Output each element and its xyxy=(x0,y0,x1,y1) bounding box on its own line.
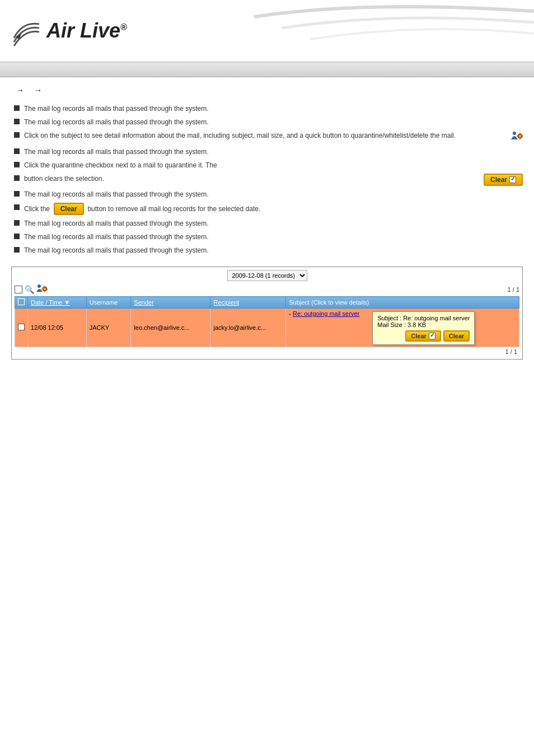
tooltip-mailsize: Mail Size : 3.8 KB xyxy=(377,321,470,328)
svg-point-3 xyxy=(519,135,521,137)
col-recipient-link[interactable]: Recipient xyxy=(213,299,239,306)
date-select[interactable]: 2009-12-08 (1 records) xyxy=(227,270,307,281)
row-sender: leo.chen@airlive.c... xyxy=(131,309,210,347)
logo-air: Air Live xyxy=(46,19,120,42)
bullet-item-4: The mail log records all mails that pass… xyxy=(11,147,523,157)
row-username: JACKY xyxy=(86,309,131,347)
tooltip-clear-button[interactable]: Clear xyxy=(443,330,470,342)
tooltip-clear-small-label: Clear xyxy=(449,333,465,339)
header-decoration xyxy=(198,0,534,62)
person-network-icon xyxy=(505,130,523,143)
logo-registered: ® xyxy=(120,22,127,32)
search-icon[interactable]: 🔍 xyxy=(25,285,34,294)
clear-checkbox-icon xyxy=(509,176,516,183)
table-controls: 🔍 1 / 1 xyxy=(15,284,519,295)
row-checkbox[interactable] xyxy=(18,324,25,330)
bullet-text-3: Click on the subject to see detail infor… xyxy=(24,130,505,141)
header-checkbox[interactable] xyxy=(18,298,25,305)
nav-bar xyxy=(0,62,534,77)
select-all-checkbox[interactable] xyxy=(15,286,22,293)
col-username: Username xyxy=(86,297,131,309)
tooltip-mailsize-label: Mail Size : xyxy=(377,321,406,328)
bullet-text-2: The mail log records all mails that pass… xyxy=(24,117,523,127)
col-subject-label: Subject (Click to view details) xyxy=(289,299,369,306)
bullet-list: The mail log records all mails that pass… xyxy=(11,104,523,255)
col-checkbox xyxy=(15,297,28,309)
row-checkbox-cell xyxy=(15,309,28,347)
bullet-item-10: The mail log records all mails that pass… xyxy=(11,232,523,242)
bullet-item-7: The mail log records all mails that pass… xyxy=(11,189,523,199)
clear-main-button[interactable]: Clear xyxy=(54,203,84,215)
bullet-item-9: The mail log records all mails that pass… xyxy=(11,218,523,228)
bullet-square-9 xyxy=(14,220,20,226)
bullet-text-4: The mail log records all mails that pass… xyxy=(24,147,523,157)
col-username-label: Username xyxy=(90,299,118,306)
col-subject: Subject (Click to view details) xyxy=(286,297,519,309)
col-recipient: Recipient xyxy=(210,297,286,309)
breadcrumb-arrow1: → xyxy=(16,86,24,95)
col-sender-link[interactable]: Sender xyxy=(134,299,153,306)
breadcrumb: → → xyxy=(0,77,534,97)
bullet-item-8: Click the Clear button to remove all mai… xyxy=(11,203,523,215)
tooltip-clear-label: Clear xyxy=(411,333,427,339)
row-recipient: jacky.lo@airlive.c... xyxy=(210,309,286,347)
breadcrumb-arrow2: → xyxy=(34,86,42,95)
header: Air Live® xyxy=(0,0,534,62)
bullet-item-3: Click on the subject to see detail infor… xyxy=(11,130,523,143)
logo: Air Live® xyxy=(11,16,127,46)
bottom-page-info: 1 / 1 xyxy=(505,348,517,355)
tooltip-clear-checkbox-button[interactable]: Clear xyxy=(405,330,441,342)
bullet-text-9: The mail log records all mails that pass… xyxy=(24,218,523,228)
bottom-page-info-row: 1 / 1 xyxy=(15,347,519,356)
bullet-item-2: The mail log records all mails that pass… xyxy=(11,117,523,127)
bullet-square-1 xyxy=(14,105,20,111)
bullet-item-6: button clears the selection. Clear xyxy=(11,174,523,186)
tooltip-mailsize-value: 3.8 KB xyxy=(407,321,426,328)
mail-tooltip: Subject : Re: outgoing mail server Mail … xyxy=(372,311,475,345)
table-row: 12/08 12:05 JACKY leo.chen@airlive.c... … xyxy=(15,309,519,347)
search-icon-group: 🔍 xyxy=(15,284,48,295)
clear-main-label: Clear xyxy=(60,205,77,213)
tooltip-subject-label: Subject : xyxy=(377,315,401,321)
tooltip-clear-checkbox xyxy=(429,333,435,339)
date-selector-row: 2009-12-08 (1 records) xyxy=(15,270,519,281)
bullet-item-1: The mail log records all mails that pass… xyxy=(11,104,523,114)
svg-point-1 xyxy=(513,132,516,135)
bullet-square-2 xyxy=(14,119,20,124)
mail-table: Date / Time ▼ Username Sender Recipient xyxy=(15,296,519,347)
bullet-text-1: The mail log records all mails that pass… xyxy=(24,104,523,114)
mail-table-wrapper: Date / Time ▼ Username Sender Recipient xyxy=(15,296,519,356)
bullet-square-6 xyxy=(14,175,20,181)
content-area: The mail log records all mails that pass… xyxy=(0,97,534,371)
col-datetime: Date / Time ▼ xyxy=(28,297,87,309)
bullet-text-8: Click the Clear button to remove all mai… xyxy=(24,203,523,215)
person-add-icon[interactable] xyxy=(36,284,48,295)
page-info: 1 / 1 xyxy=(508,286,519,293)
bullet-item-5: Click the quarantine checkbox next to a … xyxy=(11,160,523,170)
col-datetime-link[interactable]: Date / Time ▼ xyxy=(31,299,70,306)
bullet-square-5 xyxy=(14,162,20,167)
row-dash: - xyxy=(289,310,291,317)
col-sender: Sender xyxy=(131,297,210,309)
bullet-square-11 xyxy=(14,247,20,253)
tooltip-subject: Subject : Re: outgoing mail server xyxy=(377,315,470,321)
bullet-text-7: The mail log records all mails that pass… xyxy=(24,189,523,199)
bullet-text-6: button clears the selection. xyxy=(24,174,478,184)
bullet-square-3 xyxy=(14,132,20,138)
bullet-square-4 xyxy=(14,148,20,154)
bullet-square-8 xyxy=(14,204,20,210)
row-subject-link[interactable]: Re: outgoing mail server xyxy=(293,310,359,317)
svg-point-10 xyxy=(44,288,46,290)
bullet-text-10: The mail log records all mails that pass… xyxy=(24,232,523,242)
mail-log-section: 2009-12-08 (1 records) 🔍 xyxy=(11,267,523,360)
tooltip-subject-value: Re: outgoing mail server xyxy=(403,315,470,321)
row-datetime: 12/08 12:05 xyxy=(28,309,87,347)
svg-point-8 xyxy=(38,284,41,288)
clear-checkbox-label: Clear xyxy=(490,176,507,184)
tooltip-buttons: Clear Clear xyxy=(377,330,470,342)
bullet-text-5: Click the quarantine checkbox next to a … xyxy=(24,160,523,170)
bullet-square-7 xyxy=(14,191,20,197)
bullet-text-11: The mail log records all mails that pass… xyxy=(24,245,523,255)
clear-checkbox-button[interactable]: Clear xyxy=(484,174,523,186)
row-subject-cell: - Re: outgoing mail server Subject : Re:… xyxy=(286,309,519,347)
